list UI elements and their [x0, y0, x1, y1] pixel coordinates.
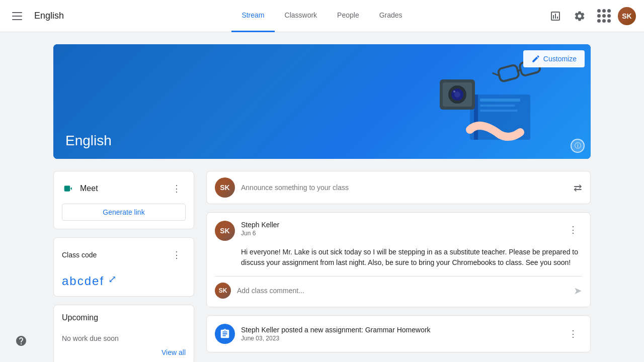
no-work-text: No work due soon — [62, 334, 186, 342]
svg-point-14 — [454, 92, 460, 98]
class-code-label: Class code — [62, 251, 97, 259]
app-header: English Stream Classwork People Grades S… — [0, 0, 644, 32]
post-date: Jun 6 — [241, 230, 558, 237]
meet-card-header: Meet ⋮ — [62, 179, 186, 198]
comment-input[interactable] — [237, 287, 568, 295]
post-meta: Steph Keller Jun 6 — [241, 221, 558, 237]
generate-link-button[interactable]: Generate link — [62, 204, 186, 221]
class-code-value: abcdef — [62, 274, 104, 288]
main-content: Customize English ⓘ Meet — [45, 32, 599, 362]
meet-label: Meet — [80, 184, 98, 193]
user-avatar[interactable]: SK — [618, 7, 636, 25]
banner-illustration — [399, 54, 560, 155]
announce-avatar: SK — [215, 177, 235, 198]
svg-line-7 — [518, 70, 521, 71]
assignment-header: Steph Keller posted a new assignment: Gr… — [215, 324, 582, 344]
clipboard-icon — [219, 328, 230, 339]
svg-rect-2 — [480, 99, 520, 102]
post-header: SK Steph Keller Jun 6 ⋮ — [215, 221, 582, 241]
banner-info-button[interactable]: ⓘ — [571, 139, 585, 153]
post-card: SK Steph Keller Jun 6 ⋮ Hi everyone! Mr.… — [206, 212, 591, 307]
header-left: English — [8, 6, 99, 26]
assignment-more-button[interactable]: ⋮ — [564, 325, 582, 343]
post-avatar: SK — [215, 221, 235, 241]
chart-icon — [549, 10, 561, 22]
comment-avatar: SK — [215, 283, 231, 299]
send-icon[interactable]: ➤ — [574, 285, 582, 297]
share-icon[interactable]: ⇄ — [574, 182, 582, 194]
post-more-button[interactable]: ⋮ — [564, 221, 582, 239]
assignment-icon — [215, 324, 235, 344]
stream-area: SK ⇄ SK Steph Keller Jun 6 ⋮ Hi everyone… — [206, 171, 591, 362]
announce-input[interactable] — [241, 184, 568, 192]
customize-button[interactable]: Customize — [523, 50, 585, 67]
meet-header: Meet — [62, 182, 98, 196]
tab-grades[interactable]: Grades — [369, 0, 413, 32]
upcoming-title: Upcoming — [62, 313, 98, 322]
assignment-date: June 03, 2023 — [241, 335, 558, 342]
settings-icon — [574, 10, 586, 22]
tab-people[interactable]: People — [327, 0, 369, 32]
main-navigation: Stream Classwork People Grades — [99, 0, 545, 32]
assignment-title: Steph Keller posted a new assignment: Gr… — [241, 326, 558, 334]
svg-point-15 — [453, 90, 455, 93]
post-author: Steph Keller — [241, 221, 558, 229]
view-all-button[interactable]: View all — [162, 348, 186, 356]
help-button[interactable] — [12, 332, 30, 350]
banner-title: English — [65, 133, 112, 149]
post-body: Hi everyone! Mr. Lake is out sick today … — [215, 247, 582, 268]
meet-more-button[interactable]: ⋮ — [168, 179, 186, 198]
svg-rect-4 — [480, 110, 518, 112]
announce-card[interactable]: SK ⇄ — [206, 171, 591, 204]
svg-rect-5 — [498, 64, 519, 82]
hamburger-icon — [12, 10, 24, 22]
content-area: Meet ⋮ Generate link Class code ⋮ abcdef… — [53, 171, 591, 362]
upcoming-header: Upcoming — [62, 313, 186, 328]
assignment-card: Steph Keller posted a new assignment: Gr… — [206, 315, 591, 352]
class-code-row: abcdef ⤢ — [62, 270, 186, 288]
help-icon — [15, 335, 27, 347]
sidebar: Meet ⋮ Generate link Class code ⋮ abcdef… — [53, 171, 194, 362]
tab-classwork[interactable]: Classwork — [275, 0, 328, 32]
svg-rect-17 — [64, 186, 70, 192]
upcoming-card: Upcoming No work due soon View all — [53, 305, 194, 362]
expand-icon[interactable]: ⤢ — [108, 273, 117, 285]
class-code-header: Class code ⋮ — [62, 246, 186, 264]
apps-icon — [597, 9, 611, 23]
class-banner: Customize English ⓘ — [53, 44, 591, 159]
hamburger-menu-button[interactable] — [8, 6, 28, 26]
tab-stream[interactable]: Stream — [231, 0, 274, 32]
svg-rect-3 — [480, 105, 515, 107]
chart-button[interactable] — [545, 6, 566, 26]
settings-button[interactable] — [570, 6, 590, 26]
comment-area: SK ➤ — [215, 276, 582, 299]
class-code-card: Class code ⋮ abcdef ⤢ — [53, 237, 194, 297]
meet-card: Meet ⋮ Generate link — [53, 171, 194, 229]
assignment-meta: Steph Keller posted a new assignment: Gr… — [241, 326, 558, 342]
app-title: English — [34, 11, 64, 21]
apps-button[interactable] — [594, 6, 614, 26]
meet-icon — [62, 182, 76, 196]
class-code-more-button[interactable]: ⋮ — [168, 246, 186, 264]
pencil-icon — [531, 54, 540, 63]
header-right: SK — [545, 6, 636, 26]
